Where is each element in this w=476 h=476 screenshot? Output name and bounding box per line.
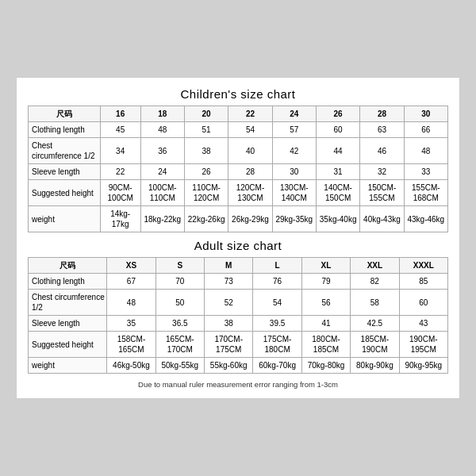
children-cell-0-6: 63: [360, 122, 404, 138]
adult-col-header-1: XS: [107, 258, 155, 274]
children-cell-1-3: 40: [228, 138, 272, 164]
adult-cell-2-1: 36.5: [155, 316, 204, 332]
adult-cell-1-6: 60: [399, 290, 447, 316]
adult-col-header-2: S: [155, 258, 204, 274]
adult-col-header-3: M: [205, 258, 253, 274]
children-row-label-1: Chest circumference 1/2: [29, 138, 101, 164]
adult-table-row: Clothing length67707376798285: [29, 274, 448, 290]
children-cell-4-4: 29kg-35kg: [272, 206, 316, 232]
children-col-header-8: 30: [404, 106, 447, 122]
adult-cell-0-3: 76: [253, 274, 301, 290]
adult-cell-0-1: 70: [155, 274, 204, 290]
adult-table-row: weight46kg-50kg50kg-55kg55kg-60kg60kg-70…: [29, 358, 448, 374]
children-cell-1-6: 46: [360, 138, 404, 164]
adult-cell-4-2: 55kg-60kg: [205, 358, 253, 374]
adult-row-label-3: Suggested height: [29, 332, 107, 358]
children-size-table: 尺码1618202224262830 Clothing length454851…: [28, 106, 448, 232]
children-row-label-2: Sleeve length: [29, 164, 101, 180]
adult-table-row: Sleeve length3536.53839.54142.543: [29, 316, 448, 332]
adult-cell-0-4: 79: [301, 274, 350, 290]
chart-container: Children's size chart 尺码1618202224262830…: [16, 77, 460, 399]
adult-cell-1-2: 52: [205, 290, 253, 316]
adult-cell-3-3: 175CM-180CM: [253, 332, 301, 358]
children-row-label-0: Clothing length: [29, 122, 101, 138]
adult-cell-3-2: 170CM-175CM: [205, 332, 253, 358]
children-cell-3-1: 100CM-110CM: [140, 180, 184, 206]
adult-cell-2-6: 43: [399, 316, 447, 332]
children-cell-2-6: 32: [360, 164, 404, 180]
children-cell-4-6: 40kg-43kg: [360, 206, 404, 232]
children-cell-3-5: 140CM-150CM: [316, 180, 359, 206]
children-table-row: Sleeve length2224262830313233: [29, 164, 448, 180]
adult-cell-2-3: 39.5: [253, 316, 301, 332]
children-cell-0-2: 51: [184, 122, 228, 138]
children-cell-4-0: 14kg-17kg: [100, 206, 140, 232]
adult-table-row: Chest circumference 1/248505254565860: [29, 290, 448, 316]
children-cell-1-4: 42: [272, 138, 316, 164]
adult-cell-1-3: 54: [253, 290, 301, 316]
children-cell-4-2: 22kg-26kg: [184, 206, 228, 232]
children-cell-2-7: 33: [404, 164, 447, 180]
adult-cell-2-0: 35: [107, 316, 155, 332]
adult-cell-2-2: 38: [205, 316, 253, 332]
children-cell-4-5: 35kg-40kg: [316, 206, 359, 232]
children-cell-4-3: 26kg-29kg: [228, 206, 272, 232]
children-cell-3-0: 90CM-100CM: [100, 180, 140, 206]
adult-cell-1-0: 48: [107, 290, 155, 316]
adult-cell-1-5: 58: [351, 290, 399, 316]
children-col-header-7: 28: [360, 106, 404, 122]
adult-table-row: Suggested height158CM-165CM165CM-170CM17…: [29, 332, 448, 358]
children-cell-1-5: 44: [316, 138, 359, 164]
adult-col-header-5: XL: [301, 258, 350, 274]
adult-col-header-4: L: [253, 258, 301, 274]
children-col-header-1: 16: [100, 106, 140, 122]
children-table-row: Chest circumference 1/23436384042444648: [29, 138, 448, 164]
adult-cell-3-6: 190CM-195CM: [399, 332, 447, 358]
children-cell-3-3: 120CM-130CM: [228, 180, 272, 206]
adult-cell-4-1: 50kg-55kg: [155, 358, 204, 374]
children-cell-0-7: 66: [404, 122, 447, 138]
adult-row-label-0: Clothing length: [29, 274, 107, 290]
adult-cell-3-1: 165CM-170CM: [155, 332, 204, 358]
adult-cell-3-4: 180CM-185CM: [301, 332, 350, 358]
adult-cell-3-5: 185CM-190CM: [351, 332, 399, 358]
children-cell-0-5: 60: [316, 122, 359, 138]
adult-cell-0-5: 82: [351, 274, 399, 290]
adult-chart-title: Adult size chart: [28, 239, 448, 252]
children-cell-2-0: 22: [100, 164, 140, 180]
children-cell-4-7: 43kg-46kg: [404, 206, 447, 232]
children-row-label-4: weight: [29, 206, 101, 232]
children-table-row: weight14kg-17kg18kg-22kg22kg-26kg26kg-29…: [29, 206, 448, 232]
children-cell-2-2: 26: [184, 164, 228, 180]
children-chart-title: Children's size chart: [28, 87, 448, 101]
children-col-header-3: 20: [184, 106, 228, 122]
adult-cell-4-0: 46kg-50kg: [107, 358, 155, 374]
children-col-header-2: 18: [140, 106, 184, 122]
children-table-row: Suggested height90CM-100CM100CM-110CM110…: [29, 180, 448, 206]
adult-cell-4-5: 80kg-90kg: [351, 358, 399, 374]
adult-col-header-0: 尺码: [29, 258, 107, 274]
children-table-row: Clothing length4548515457606366: [29, 122, 448, 138]
children-cell-2-5: 31: [316, 164, 359, 180]
children-cell-0-1: 48: [140, 122, 184, 138]
adult-cell-2-5: 42.5: [351, 316, 399, 332]
adult-col-header-7: XXXL: [399, 258, 447, 274]
children-cell-1-7: 48: [404, 138, 447, 164]
children-col-header-0: 尺码: [29, 106, 101, 122]
children-cell-3-6: 150CM-155CM: [360, 180, 404, 206]
adult-col-header-6: XXL: [351, 258, 399, 274]
children-cell-4-1: 18kg-22kg: [140, 206, 184, 232]
children-cell-1-1: 36: [140, 138, 184, 164]
adult-cell-0-6: 85: [399, 274, 447, 290]
children-cell-2-1: 24: [140, 164, 184, 180]
children-cell-1-2: 38: [184, 138, 228, 164]
children-cell-1-0: 34: [100, 138, 140, 164]
children-cell-2-4: 30: [272, 164, 316, 180]
children-col-header-4: 22: [228, 106, 272, 122]
children-col-header-6: 26: [316, 106, 359, 122]
adult-cell-1-4: 56: [301, 290, 350, 316]
adult-cell-0-0: 67: [107, 274, 155, 290]
children-row-label-3: Suggested height: [29, 180, 101, 206]
adult-cell-1-1: 50: [155, 290, 204, 316]
adult-cell-4-6: 90kg-95kg: [399, 358, 447, 374]
